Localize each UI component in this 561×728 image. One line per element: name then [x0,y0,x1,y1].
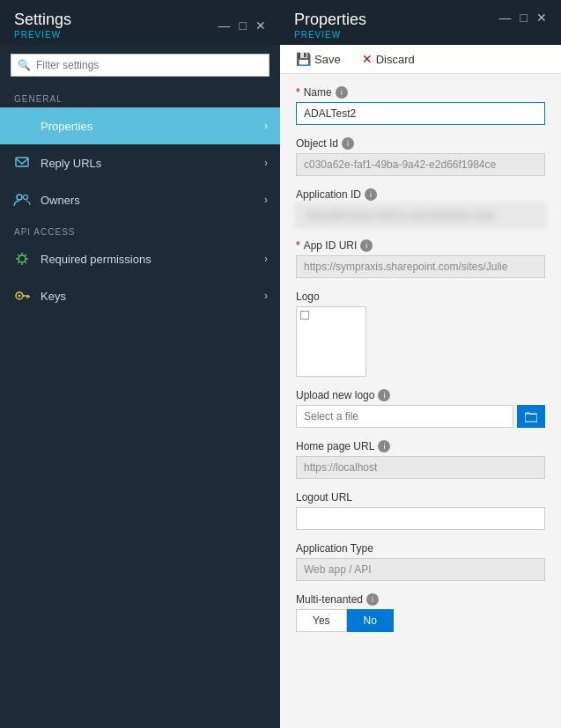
upload-logo-field-group: Upload new logo i [296,389,545,428]
logo-field-group: Logo [296,290,545,377]
file-browse-button[interactable] [517,405,545,428]
sidebar-item-keys[interactable]: Keys › [0,277,280,314]
app-type-label: Application Type [296,542,545,555]
object-id-info-icon[interactable]: i [342,137,354,150]
app-id-uri-input[interactable] [296,255,545,278]
sidebar-item-reply-urls[interactable]: Reply URLs › [0,144,280,181]
no-button[interactable]: No [347,609,394,632]
multitenant-toggle: Yes No [296,609,545,632]
save-label: Save [314,53,341,66]
upload-row [296,405,545,428]
search-icon: 🔍 [18,59,31,71]
logo-placeholder [300,311,309,320]
svg-point-17 [18,295,21,298]
save-button[interactable]: 💾 Save [292,50,344,68]
app-id-uri-label: * App ID URI i [296,239,545,252]
object-id-label: Object Id i [296,137,545,150]
logo-box [296,306,366,377]
app-id-uri-required-star: * [296,239,300,252]
properties-title: Properties [294,11,366,29]
right-maximize-btn[interactable]: □ [520,11,528,25]
homepage-url-input[interactable] [296,456,545,479]
file-select-input[interactable] [296,405,513,428]
app-id-uri-info-icon[interactable]: i [360,239,373,252]
left-maximize-btn[interactable]: □ [240,18,247,33]
yes-button[interactable]: Yes [296,609,347,632]
toolbar: 💾 Save ✕ Discard [280,45,561,74]
svg-rect-1 [15,125,24,127]
search-input[interactable] [11,54,269,77]
multi-tenanted-field-group: Multi-tenanted i Yes No [296,593,545,632]
multi-tenanted-label: Multi-tenanted i [296,593,545,606]
name-required-star: * [296,86,300,99]
sidebar-item-properties[interactable]: Properties › [0,107,280,144]
required-permissions-icon [12,249,32,268]
discard-label: Discard [376,53,415,66]
settings-panel: Settings PREVIEW — □ ✕ 🔍 GENERAL Propert… [0,0,280,728]
discard-button[interactable]: ✕ Discard [358,50,418,68]
name-info-icon[interactable]: i [336,86,348,99]
object-id-input [296,153,545,176]
name-label: * Name i [296,86,545,99]
app-id-info-icon[interactable]: i [365,188,377,201]
form-area: * Name i Object Id i Application ID i [280,74,561,728]
owners-chevron: › [264,194,268,206]
homepage-url-field-group: Home page URL i [296,440,545,479]
name-input[interactable] [296,102,545,125]
svg-point-6 [24,195,28,200]
upload-logo-info-icon[interactable]: i [378,389,390,401]
multi-tenanted-info-icon[interactable]: i [366,593,379,606]
left-header: Settings PREVIEW — □ ✕ [0,0,280,45]
owners-icon [12,190,32,210]
upload-logo-label: Upload new logo i [296,389,545,401]
app-type-field-group: Application Type [296,542,545,581]
settings-subtitle: PREVIEW [14,30,71,40]
right-title-block: Properties PREVIEW [294,11,366,40]
api-access-section-label: API ACCESS [0,218,280,240]
settings-title: Settings [14,11,71,29]
app-id-uri-field-group: * App ID URI i [296,239,545,278]
left-close-btn[interactable]: ✕ [255,18,266,33]
properties-label: Properties [41,120,264,133]
sidebar-item-required-permissions[interactable]: Required permissions › [0,240,280,277]
search-wrapper: 🔍 [11,54,269,77]
svg-rect-21 [525,414,537,422]
folder-icon [525,410,537,423]
left-minimize-btn[interactable]: — [218,18,231,33]
homepage-url-label: Home page URL i [296,440,545,452]
svg-point-5 [17,195,22,200]
keys-label: Keys [41,290,264,303]
logout-url-input[interactable] [296,507,545,530]
right-minimize-btn[interactable]: — [499,11,512,25]
left-window-controls: — □ ✕ [218,18,266,33]
object-id-field-group: Object Id i [296,137,545,176]
right-header: Properties PREVIEW — □ ✕ [280,0,561,45]
required-permissions-label: Required permissions [41,253,264,266]
right-close-btn[interactable]: ✕ [536,11,547,25]
svg-rect-2 [15,129,26,130]
homepage-url-info-icon[interactable]: i [378,440,390,452]
properties-icon [12,116,32,136]
app-id-field-group: Application ID i [296,188,545,227]
save-icon: 💾 [296,52,311,66]
app-type-input [296,558,545,581]
svg-rect-0 [15,121,29,123]
properties-chevron: › [264,120,268,132]
logout-url-field-group: Logout URL [296,491,545,530]
discard-icon: ✕ [362,52,373,66]
properties-subtitle: PREVIEW [294,30,366,40]
required-permissions-chevron: › [264,253,268,265]
left-title-block: Settings PREVIEW [14,11,71,40]
sidebar-item-owners[interactable]: Owners › [0,181,280,218]
name-field-group: * Name i [296,86,545,125]
reply-urls-chevron: › [264,157,268,169]
app-id-label: Application ID i [296,188,545,201]
general-section-label: GENERAL [0,85,280,107]
reply-urls-label: Reply URLs [41,157,264,170]
right-window-controls: — □ ✕ [499,11,547,25]
keys-icon [12,286,32,305]
properties-panel: Properties PREVIEW — □ ✕ 💾 Save ✕ Discar… [280,0,561,728]
logo-label: Logo [296,290,545,303]
owners-label: Owners [41,194,264,207]
svg-rect-4 [16,158,28,166]
